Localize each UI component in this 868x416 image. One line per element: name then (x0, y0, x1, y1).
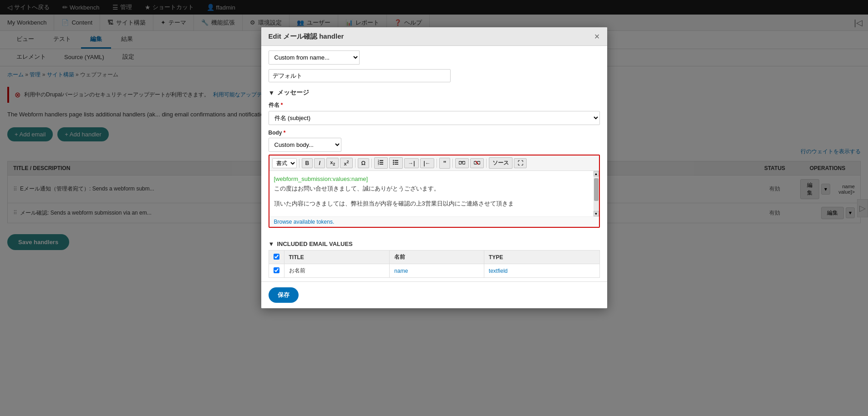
default-value-input[interactable] (269, 69, 451, 82)
body-field-row: Body * Custom body... 書式 (269, 130, 600, 228)
modal-dialog: Edit メール確認 handler × Custom from name... (261, 27, 607, 308)
body-line2: この度はお問い合せ頂きまして、誠にありがとうございます。 (274, 184, 594, 194)
custom-from-row: Custom from name... (269, 50, 600, 65)
included-values-header[interactable]: ▼ INCLUDED EMAIL VALUES (261, 236, 607, 250)
style-select[interactable]: 書式 (272, 158, 297, 168)
toolbar-sep-4 (437, 159, 437, 168)
modal-header: Edit メール確認 handler × (261, 27, 607, 46)
subject-label: 件名 * (269, 101, 600, 109)
modal-footer: 保存 (261, 281, 607, 308)
body-select[interactable]: Custom body... (269, 138, 341, 152)
custom-from-select[interactable]: Custom from name... (269, 50, 360, 65)
row-title-cell: お名前 (284, 264, 390, 278)
ckeditor-toolbar: 書式 B I x2 x2 Ω 123 (269, 155, 599, 171)
table-header-row: TITLE 名前 TYPE (269, 251, 599, 264)
email-values-table-wrapper: TITLE 名前 TYPE お名前 (261, 250, 607, 278)
body-line3 (274, 194, 594, 199)
included-section-label: INCLUDED EMAIL VALUES (277, 241, 352, 247)
italic-button[interactable]: I (314, 158, 325, 168)
toolbar-sep-2 (355, 159, 355, 168)
link-button[interactable] (455, 158, 469, 168)
unordered-list-button[interactable] (389, 157, 403, 169)
toolbar-sep-1 (299, 159, 299, 168)
row-checkbox-cell (269, 264, 284, 278)
unlink-button[interactable] (470, 158, 484, 168)
toolbar-sep-6 (486, 159, 487, 168)
ckeditor-wrapper: 書式 B I x2 x2 Ω 123 (269, 155, 600, 228)
row-checkbox[interactable] (274, 267, 279, 273)
scroll-thumb (594, 178, 599, 201)
svg-rect-11 (395, 164, 398, 165)
maximize-button[interactable]: ⛶ (514, 158, 527, 168)
body-required: * (284, 130, 286, 136)
bold-button[interactable]: B (302, 158, 313, 168)
body-label: Body * (269, 130, 600, 136)
modal-close-button[interactable]: × (594, 32, 600, 41)
row-name-cell: name (390, 264, 484, 278)
header-type-col: TYPE (484, 251, 599, 264)
email-values-table: TITLE 名前 TYPE お名前 (269, 250, 600, 278)
outdent-button[interactable]: |← (420, 158, 434, 168)
svg-rect-0 (380, 160, 383, 161)
body-line4: 頂いた内容につきましては、弊社担当が内容を確認の上3営業日以内にご連絡させて頂き… (274, 199, 594, 209)
ckeditor-content-area: [webform_submission:values:name] この度はお問い… (269, 171, 599, 216)
modal-save-button[interactable]: 保存 (269, 287, 299, 303)
header-title-col: TITLE (284, 251, 390, 264)
subject-field-row: 件名 * 件名 (subject) (269, 101, 600, 125)
svg-rect-2 (380, 164, 383, 165)
message-arrow-icon: ▼ (269, 89, 275, 96)
included-arrow-icon: ▼ (269, 241, 274, 247)
row-name-link[interactable]: name (394, 268, 408, 274)
custom-from-section: Custom from name... (261, 46, 607, 82)
blockquote-button[interactable]: " (439, 158, 450, 169)
message-section-header[interactable]: ▼ メッセージ (269, 89, 600, 97)
scroll-track (594, 176, 599, 211)
subject-required: * (281, 102, 283, 108)
toolbar-sep-3 (371, 159, 372, 168)
subscript-button[interactable]: x2 (326, 158, 339, 168)
svg-point-10 (393, 164, 394, 165)
browse-tokens-link[interactable]: Browse available tokens. (269, 216, 599, 227)
header-name-col: 名前 (390, 251, 484, 264)
svg-rect-9 (395, 162, 398, 163)
included-email-section: ▼ INCLUDED EMAIL VALUES TITLE 名前 (261, 234, 607, 281)
svg-point-8 (393, 162, 394, 163)
scroll-down-btn[interactable]: ▼ (594, 211, 599, 216)
modal-title: Edit メール確認 handler (269, 32, 344, 41)
row-type-cell: textfield (484, 264, 599, 278)
header-check (269, 251, 284, 264)
default-value-row (269, 69, 600, 82)
modal-overlay: Edit メール確認 handler × Custom from name... (0, 0, 868, 416)
svg-text:3: 3 (378, 163, 379, 165)
svg-rect-1 (380, 162, 383, 163)
superscript-button[interactable]: x2 (340, 158, 352, 168)
ckeditor-scrollbar[interactable]: ▲ ▼ (594, 171, 599, 216)
svg-point-6 (393, 160, 394, 161)
message-section: ▼ メッセージ 件名 * 件名 (subject) Body (261, 87, 607, 234)
ordered-list-button[interactable]: 123 (374, 157, 388, 169)
body-line1: [webform_submission:values:name] (274, 175, 594, 184)
ckeditor-body[interactable]: [webform_submission:values:name] この度はお問い… (269, 171, 599, 216)
indent-button[interactable]: →| (404, 158, 418, 168)
modal-body[interactable]: Custom from name... ▼ メッセージ 件名 * (261, 46, 607, 281)
svg-rect-7 (395, 160, 398, 161)
scroll-up-btn[interactable]: ▲ (594, 171, 599, 176)
source-button[interactable]: ソース (489, 157, 513, 169)
subject-select[interactable]: 件名 (subject) (269, 111, 600, 125)
table-row: お名前 name textfield (269, 264, 599, 278)
check-all-checkbox[interactable] (274, 254, 279, 260)
special-chars-button[interactable]: Ω (358, 158, 370, 168)
message-section-label: メッセージ (277, 89, 309, 97)
toolbar-sep-5 (452, 159, 453, 168)
